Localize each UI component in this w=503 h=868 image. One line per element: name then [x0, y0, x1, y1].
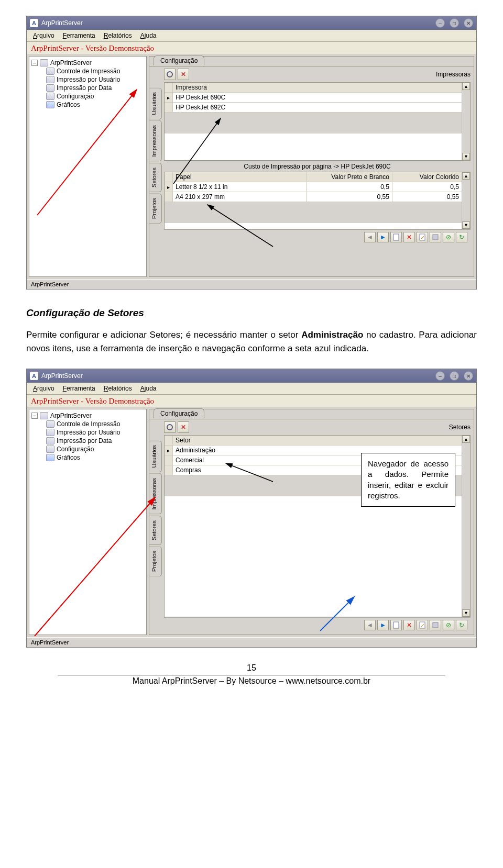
tree-item-label[interactable]: Configuração	[57, 446, 94, 453]
printers-grid[interactable]: Impressora ▸ HP DeskJet 690C HP DeskJet …	[165, 83, 462, 160]
tree-root-label[interactable]: ArpPrintServer	[50, 412, 92, 419]
nav-cancel-button[interactable]: ⊘	[443, 232, 454, 242]
side-tab-projetos[interactable]: Projetos	[149, 546, 162, 576]
toolbar-delete-button[interactable]: ✕	[178, 69, 189, 80]
side-tab-usuarios[interactable]: Usuários	[149, 440, 162, 472]
nav-refresh-button[interactable]: ↻	[456, 620, 467, 630]
menu-bar: Arquivo Ferramenta Relatórios Ajuda	[27, 30, 476, 42]
grid-cell[interactable]: 0,5	[307, 182, 392, 192]
menu-ajuda[interactable]: Ajuda	[137, 31, 160, 40]
menu-relatorios[interactable]: Relatórios	[101, 384, 135, 393]
demo-banner: ArpPrintServer - Versão Demonstração	[27, 42, 476, 54]
tree-collapse-icon[interactable]: –	[31, 60, 38, 66]
nav-prev-button[interactable]: ◄	[364, 232, 376, 242]
scrollbar[interactable]: ▲ ▼	[462, 436, 470, 617]
tree-item-label[interactable]: Controle de Impressão	[57, 420, 120, 428]
tree-item-label[interactable]: Configuração	[57, 93, 94, 100]
grid-col-impressora[interactable]: Impressora	[173, 83, 462, 92]
nav-new-button[interactable]	[390, 232, 402, 242]
tab-configuracao[interactable]: Configuração	[154, 408, 204, 418]
side-tab-setores[interactable]: Setores	[149, 516, 162, 545]
nav-refresh-button[interactable]: ↻	[456, 232, 467, 242]
nav-save-button[interactable]	[430, 620, 441, 630]
toolbar-refresh-button[interactable]	[164, 421, 176, 433]
tree-root-label[interactable]: ArpPrintServer	[50, 59, 92, 66]
callout-box: Navegador de acesso a dados. Permite ins…	[361, 453, 455, 507]
side-tab-impressoras[interactable]: Impressoras	[149, 120, 162, 162]
menu-ferramenta[interactable]: Ferramenta	[60, 31, 99, 40]
scrollbar[interactable]: ▲ ▼	[462, 172, 470, 229]
scroll-up-icon[interactable]: ▲	[462, 436, 470, 443]
doc-heading: Configuração de Setores	[26, 307, 477, 319]
grid-cell[interactable]: HP DeskJet 692C	[173, 103, 462, 112]
scroll-down-icon[interactable]: ▼	[462, 153, 470, 160]
nav-edit-button[interactable]	[417, 232, 428, 242]
printer-icon	[46, 84, 54, 92]
menu-arquivo[interactable]: Arquivo	[30, 31, 58, 40]
close-button[interactable]: ✕	[464, 371, 473, 381]
tree-item-label[interactable]: Impressão por Usuário	[57, 429, 120, 436]
scroll-down-icon[interactable]: ▼	[462, 221, 470, 229]
menu-arquivo[interactable]: Arquivo	[30, 384, 58, 393]
toolbar-refresh-button[interactable]	[164, 69, 176, 80]
page-icon	[393, 233, 399, 241]
nav-save-button[interactable]	[430, 232, 441, 242]
menu-relatorios[interactable]: Relatórios	[101, 31, 135, 40]
nav-next-button[interactable]: ►	[377, 620, 389, 630]
grid-cell[interactable]: A4 210 x 297 mm	[173, 192, 307, 202]
grid-cell[interactable]: HP DeskJet 690C	[173, 93, 462, 102]
nav-new-button[interactable]	[390, 620, 402, 630]
panel-title: Impressoras	[436, 71, 471, 78]
grid-cell[interactable]: Letter 8 1/2 x 11 in	[173, 182, 307, 192]
content-panel: Configuração Usuários Impressoras Setore…	[149, 409, 474, 635]
scrollbar[interactable]: ▲ ▼	[462, 83, 470, 160]
menu-ferramenta[interactable]: Ferramenta	[60, 384, 99, 393]
grid-col-setor[interactable]: Setor	[173, 436, 462, 445]
maximize-button[interactable]: □	[450, 371, 459, 381]
tree-item-label[interactable]: Controle de Impressão	[57, 68, 120, 75]
nav-prev-button[interactable]: ◄	[364, 620, 376, 630]
scroll-down-icon[interactable]: ▼	[462, 609, 470, 617]
printer-icon	[46, 68, 54, 75]
side-tab-impressoras[interactable]: Impressoras	[149, 473, 162, 515]
nav-tree[interactable]: – ArpPrintServer Controle de Impressão I…	[29, 56, 147, 277]
grid-cell[interactable]: 0,55	[392, 192, 462, 202]
tab-configuracao[interactable]: Configuração	[154, 55, 204, 65]
cost-grid[interactable]: Papel Valor Preto e Branco Valor Colorid…	[165, 172, 462, 229]
titlebar: A ArpPrintServer – □ ✕	[27, 369, 476, 383]
folder-icon	[40, 59, 48, 66]
side-tab-setores[interactable]: Setores	[149, 163, 162, 192]
side-tab-projetos[interactable]: Projetos	[149, 193, 162, 224]
nav-delete-button[interactable]: ✕	[403, 620, 415, 630]
minimize-button[interactable]: –	[435, 371, 445, 381]
nav-next-button[interactable]: ►	[377, 232, 389, 242]
nav-edit-button[interactable]	[417, 620, 428, 630]
nav-delete-button[interactable]: ✕	[403, 232, 415, 242]
printer-icon	[46, 76, 54, 83]
minimize-button[interactable]: –	[435, 18, 445, 28]
scroll-up-icon[interactable]: ▲	[462, 172, 470, 180]
tree-item-label[interactable]: Impressão por Data	[57, 84, 112, 92]
nav-cancel-button[interactable]: ⊘	[443, 620, 454, 630]
scroll-up-icon[interactable]: ▲	[462, 83, 470, 90]
tree-item-label[interactable]: Impressão por Data	[57, 437, 112, 444]
tree-collapse-icon[interactable]: –	[31, 413, 38, 419]
status-bar: ArpPrintServer	[27, 279, 476, 289]
svg-point-8	[167, 425, 172, 430]
grid-cell[interactable]: 0,5	[392, 182, 462, 192]
tree-item-label[interactable]: Impressão por Usuário	[57, 76, 120, 83]
side-tab-usuarios[interactable]: Usuários	[149, 87, 162, 119]
menu-ajuda[interactable]: Ajuda	[137, 384, 160, 393]
maximize-button[interactable]: □	[450, 18, 459, 28]
grid-cell[interactable]: 0,55	[307, 192, 392, 202]
grid-col-papel[interactable]: Papel	[173, 172, 307, 182]
tree-item-label[interactable]: Gráficos	[57, 454, 80, 461]
grid-col-color[interactable]: Valor Colorido	[392, 172, 462, 182]
svg-rect-10	[420, 622, 425, 628]
grid-col-bw[interactable]: Valor Preto e Branco	[307, 172, 392, 182]
tree-item-label[interactable]: Gráficos	[57, 101, 80, 108]
toolbar-delete-button[interactable]: ✕	[178, 421, 189, 433]
nav-tree[interactable]: – ArpPrintServer Controle de Impressão I…	[29, 409, 147, 635]
diskette-icon	[432, 622, 439, 628]
close-button[interactable]: ✕	[464, 18, 473, 28]
